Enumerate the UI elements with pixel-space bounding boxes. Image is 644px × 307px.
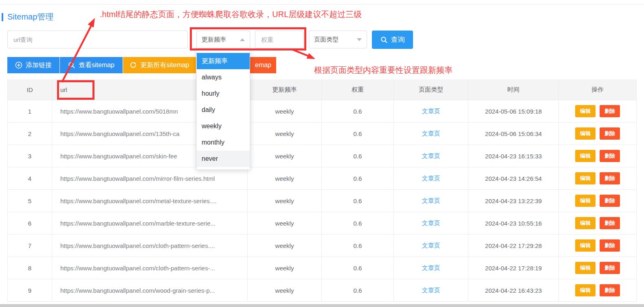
search-button-label: 查询 (391, 35, 405, 44)
partially-hidden-sitemap-label: emap (255, 61, 271, 69)
search-icon (380, 36, 388, 44)
chevron-down-icon (357, 38, 362, 41)
edit-button[interactable]: 编辑 (575, 105, 596, 117)
header-page-type: 页面类型 (394, 79, 468, 100)
arrow-head-icon (88, 18, 95, 28)
url-cell: https://www.bangtuowallpanel.com/cloth-p… (52, 257, 248, 279)
frequency-cell: weekly (248, 145, 322, 167)
delete-button[interactable]: 删除 (600, 127, 620, 140)
weight-cell: 0.6 (322, 100, 394, 123)
edit-button[interactable]: 编辑 (575, 262, 596, 274)
dropdown-option[interactable]: never (197, 151, 250, 167)
dropdown-option[interactable]: 更新频率 (197, 53, 250, 69)
dropdown-option[interactable]: always (197, 69, 250, 86)
page-type-link[interactable]: 文章页 (422, 130, 440, 138)
delete-button[interactable]: 删除 (600, 150, 620, 162)
page-type-link[interactable]: 文章页 (422, 107, 440, 115)
id-cell: 7 (7, 235, 52, 257)
sitemap-table: ID url 更新频率 权重 页面类型 时间 操作 1 https://www.… (7, 79, 637, 302)
weight-cell: 0.6 (322, 257, 394, 279)
page-type-link[interactable]: 文章页 (422, 264, 440, 272)
page-title: Sitemap管理 (7, 11, 53, 22)
page-type-link[interactable]: 文章页 (422, 287, 440, 294)
edit-button[interactable]: 编辑 (575, 195, 596, 207)
page-type-link[interactable]: 文章页 (422, 242, 440, 250)
search-icon (68, 61, 75, 69)
top-divider (0, 4, 644, 4)
table-row: 9 https://www.bangtuowallpanel.com/wood-… (7, 279, 637, 302)
chevron-up-icon (240, 38, 245, 41)
arrow-head-icon (307, 53, 316, 59)
table-row: 7 https://www.bangtuowallpanel.com/cloth… (7, 235, 637, 257)
time-cell: 2024-05-06 15:09:18 (468, 100, 559, 123)
url-search-input[interactable] (7, 31, 188, 48)
edit-button[interactable]: 编辑 (575, 172, 596, 184)
time-cell: 2024-04-23 16:15:33 (468, 145, 559, 167)
table-body: 1 https://www.bangtuowallpanel.com/5018m… (7, 100, 637, 302)
dropdown-option[interactable]: hourly (197, 86, 250, 102)
time-cell: 2024-04-23 10:55:16 (468, 212, 559, 235)
url-cell: https://www.bangtuowallpanel.com/cloth-p… (52, 235, 248, 257)
table-row: 8 https://www.bangtuowallpanel.com/cloth… (7, 257, 637, 279)
url-cell: https://www.bangtuowallpanel.com/wood-gr… (52, 279, 248, 302)
refresh-icon (130, 61, 137, 69)
weight-cell: 0.6 (322, 145, 394, 167)
time-cell: 2024-04-23 13:22:39 (468, 190, 559, 212)
frequency-select-label: 更新频率 (202, 36, 226, 44)
title-accent-bar (2, 13, 3, 21)
weight-cell: 0.6 (322, 190, 394, 212)
delete-button[interactable]: 删除 (600, 217, 620, 229)
page-type-link[interactable]: 文章页 (422, 175, 440, 182)
delete-button[interactable]: 删除 (600, 105, 620, 117)
header-id: ID (7, 79, 52, 100)
delete-button[interactable]: 删除 (600, 239, 620, 252)
update-all-sitemap-button[interactable]: 更新所有sitemap (123, 57, 196, 73)
weight-cell: 0.6 (322, 212, 394, 235)
dropdown-option[interactable]: daily (197, 102, 250, 118)
time-cell: 2024-04-22 16:43:23 (468, 279, 559, 302)
frequency-cell: weekly (248, 167, 322, 190)
dropdown-option[interactable]: weekly (197, 118, 250, 134)
delete-button[interactable]: 删除 (600, 195, 620, 207)
id-cell: 4 (7, 167, 52, 190)
delete-button[interactable]: 删除 (600, 172, 620, 184)
header-weight: 权重 (322, 79, 394, 100)
view-sitemap-label: 查看sitemap (79, 61, 114, 70)
weight-cell: 0.6 (322, 167, 394, 190)
time-cell: 2024-04-23 14:26:54 (468, 167, 559, 190)
frequency-dropdown-menu: 更新频率 always hourly daily weekly monthly … (196, 50, 250, 170)
id-cell: 3 (7, 145, 52, 167)
view-sitemap-button[interactable]: 查看sitemap (60, 57, 123, 73)
table-row: 5 https://www.bangtuowallpanel.com/metal… (7, 190, 637, 212)
page-type-link[interactable]: 文章页 (422, 197, 440, 205)
search-button[interactable]: 查询 (372, 31, 413, 49)
page-type-select[interactable]: 页面类型 (309, 31, 367, 48)
partially-hidden-sitemap-button[interactable]: emap (250, 57, 276, 73)
table-row: 3 https://www.bangtuowallpanel.com/skin-… (7, 145, 637, 167)
delete-button[interactable]: 删除 (600, 262, 620, 274)
time-cell: 2024-05-06 15:06:34 (468, 123, 559, 145)
table-row: 2 https://www.bangtuowallpanel.com/135th… (7, 123, 637, 145)
dropdown-option[interactable]: monthly (197, 134, 250, 151)
weight-input[interactable] (255, 31, 303, 48)
header-frequency: 更新频率 (248, 79, 322, 100)
frequency-select[interactable]: 更新频率 (196, 31, 250, 48)
bottom-scroll-strip[interactable] (0, 304, 644, 307)
annotation-static-pages: .html结尾的静态页面，方便蜘蛛爬取谷歌收录，URL层级建议不超过三级 (100, 9, 362, 20)
edit-button[interactable]: 编辑 (575, 150, 596, 162)
edit-button[interactable]: 编辑 (575, 239, 596, 252)
page-type-link[interactable]: 文章页 (422, 152, 440, 160)
page-title-block: Sitemap管理 (2, 11, 53, 22)
id-cell: 5 (7, 190, 52, 212)
edit-button[interactable]: 编辑 (575, 217, 596, 229)
url-cell: https://www.bangtuowallpanel.com/marble-… (52, 212, 248, 235)
delete-button[interactable]: 删除 (600, 284, 620, 296)
frequency-cell: weekly (248, 279, 322, 302)
page-type-link[interactable]: 文章页 (422, 219, 440, 227)
edit-button[interactable]: 编辑 (575, 284, 596, 296)
time-cell: 2024-04-22 17:28:19 (468, 257, 559, 279)
edit-button[interactable]: 编辑 (575, 127, 596, 140)
add-link-button[interactable]: 添加链接 (7, 57, 59, 73)
weight-cell: 0.6 (322, 235, 394, 257)
frequency-cell: weekly (248, 190, 322, 212)
